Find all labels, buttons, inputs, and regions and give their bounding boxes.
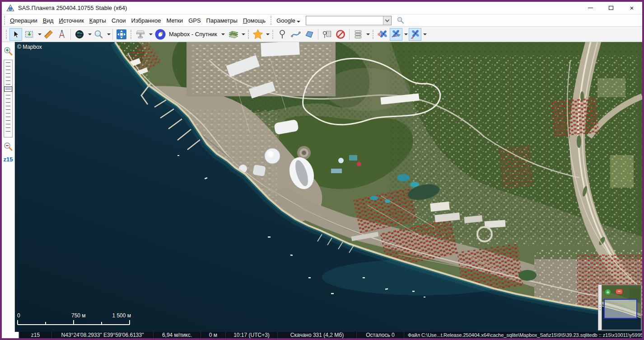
cache-storage-button[interactable] <box>352 28 364 41</box>
chevron-down-icon <box>221 33 225 35</box>
zoom-level-label[interactable]: z15 <box>4 156 13 163</box>
star-icon <box>252 28 264 40</box>
maximize-button[interactable] <box>601 2 621 14</box>
minimap-zoom-out-button[interactable]: − <box>616 289 623 294</box>
globe-icon <box>75 29 84 39</box>
search-provider-dropdown[interactable]: Google <box>274 16 301 25</box>
zoom-slider[interactable] <box>4 60 13 137</box>
layers-dropdown[interactable] <box>240 28 246 41</box>
toolbar-separator <box>318 29 318 40</box>
scale-label-end: 1 500 м <box>112 312 131 319</box>
compass-divider-icon <box>57 29 67 39</box>
zoom-out-icon <box>3 142 13 151</box>
search-combobox[interactable] <box>306 16 392 25</box>
satellite-map-image <box>15 42 642 332</box>
gps-follow-button[interactable] <box>409 28 421 41</box>
rect-select-tool-button[interactable] <box>23 28 36 41</box>
minimap-zoom-in-button[interactable]: + <box>605 289 611 295</box>
menu-item-marks[interactable]: Метки <box>163 16 186 25</box>
scale-label-start: 0 <box>17 312 20 319</box>
rect-select-dropdown[interactable] <box>36 28 42 41</box>
status-bar: z15 N43°24'08.2933" E39°59'06.6133" 6,94… <box>2 332 642 338</box>
gps-track-dropdown[interactable] <box>403 28 408 41</box>
menu-item-operations[interactable]: Операции <box>7 16 40 25</box>
scale-bar: 0 750 м 1 500 м <box>17 312 131 327</box>
forbidden-icon <box>335 29 346 40</box>
main-toolbar: Mapbox - Спутник <box>2 26 642 42</box>
title-bar: SAS.Планета 250404.10755 Stable (x64) × <box>2 2 642 14</box>
gps-satellite-signal-icon <box>377 29 388 40</box>
app-window: SAS.Планета 250404.10755 Stable (x64) × … <box>0 0 644 340</box>
rect-select-icon <box>24 29 34 39</box>
globe-view-button[interactable] <box>73 28 86 41</box>
toolbar-gripper[interactable] <box>248 30 249 39</box>
placemark-list-icon <box>322 29 332 39</box>
toolbar-gripper[interactable] <box>6 30 7 39</box>
toolbar-separator <box>112 29 113 40</box>
layers-button[interactable] <box>227 28 240 41</box>
projection-button[interactable] <box>134 28 147 41</box>
globe-view-dropdown[interactable] <box>86 28 92 41</box>
layers-icon <box>228 29 239 40</box>
projection-dropdown[interactable] <box>147 28 153 41</box>
add-polygon-button[interactable] <box>303 28 316 41</box>
zoom-slider-ticks <box>6 62 10 135</box>
chevron-down-icon <box>38 33 42 35</box>
map-viewport[interactable]: © Mapbox 0 750 м 1 500 м <box>15 42 642 332</box>
mapbox-logo-icon <box>154 28 166 40</box>
distance-measure-button[interactable] <box>56 28 68 41</box>
toolbar-gripper[interactable] <box>131 30 131 39</box>
menu-item-view[interactable]: Вид <box>40 16 56 25</box>
favorites-dropdown[interactable] <box>265 28 270 41</box>
add-path-button[interactable] <box>289 28 302 41</box>
minimap-body[interactable]: + − <box>602 285 641 330</box>
toolbar-gripper[interactable] <box>4 16 5 25</box>
gps-satellite-follow-icon <box>410 29 420 40</box>
menu-item-source[interactable]: Источник <box>56 16 87 25</box>
minimap-viewport-rect[interactable] <box>604 299 637 319</box>
menu-item-settings[interactable]: Параметры <box>204 16 240 25</box>
toolbar-gripper[interactable] <box>272 30 273 39</box>
search-history-dropdown[interactable] <box>383 16 391 25</box>
toolbar-gripper[interactable] <box>373 30 373 39</box>
add-placemark-button[interactable] <box>276 28 289 41</box>
ruler-icon <box>43 29 53 39</box>
placemark-manager-button[interactable] <box>321 28 333 41</box>
minimize-button[interactable] <box>580 2 601 14</box>
minimap-gripper[interactable] <box>598 285 602 330</box>
close-button[interactable]: × <box>621 2 642 14</box>
toolbar-gripper[interactable] <box>271 16 271 25</box>
zoom-region-dropdown[interactable] <box>105 28 111 41</box>
zoom-region-button[interactable] <box>92 28 105 41</box>
chevron-down-icon <box>266 33 270 35</box>
search-icon[interactable] <box>396 16 405 25</box>
statusbar-coordinates: N43°24'08.2933" E39°59'06.6133" <box>51 332 153 338</box>
minimap[interactable]: + − <box>598 284 642 331</box>
gps-track-button[interactable] <box>390 28 402 41</box>
cache-storage-dropdown[interactable] <box>365 28 370 41</box>
statusbar-downloaded: Скачано 331 (4,2 Мб) <box>277 332 356 338</box>
menu-item-help[interactable]: Помощь <box>240 16 268 25</box>
zoom-out-button[interactable] <box>3 142 14 152</box>
zoom-slider-thumb[interactable] <box>4 86 12 92</box>
favorites-button[interactable] <box>252 28 264 41</box>
fullscreen-button[interactable] <box>115 28 128 41</box>
chevron-down-icon <box>385 18 390 22</box>
hide-placemarks-button[interactable] <box>334 28 347 41</box>
menu-item-maps[interactable]: Карты <box>87 16 109 25</box>
menu-item-layers[interactable]: Слои <box>109 16 129 25</box>
gps-follow-dropdown[interactable] <box>422 28 427 41</box>
cursor-tool-button[interactable] <box>9 28 22 41</box>
ruler-tool-button[interactable] <box>42 28 55 41</box>
chevron-down-icon <box>404 33 408 35</box>
map-source-selector[interactable]: Mapbox - Спутник <box>153 28 227 41</box>
fullscreen-icon <box>116 29 127 40</box>
menu-item-gps[interactable]: GPS <box>186 16 203 25</box>
menu-item-favorites[interactable]: Избранное <box>129 16 164 25</box>
search-input[interactable] <box>306 16 383 25</box>
zoom-in-button[interactable] <box>3 46 14 57</box>
statusbar-elevation: 0 м <box>201 332 225 338</box>
window-title: SAS.Планета 250404.10755 Stable (x64) <box>18 5 127 11</box>
gps-connect-button[interactable] <box>376 28 389 41</box>
map-source-label: Mapbox - Спутник <box>169 31 217 38</box>
